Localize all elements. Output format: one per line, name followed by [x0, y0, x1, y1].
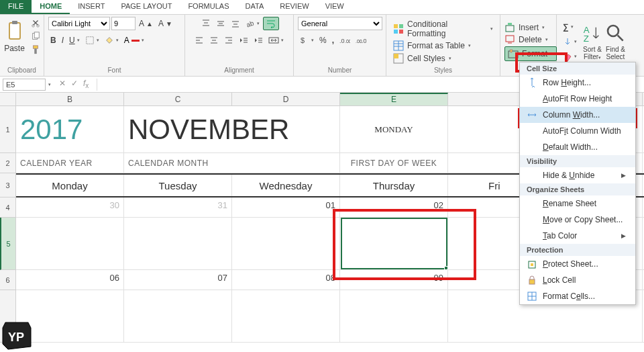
date-cell[interactable]: 07 [124, 270, 232, 290]
decrease-decimal-button[interactable]: .00.0 [354, 35, 368, 46]
menu-tab-color[interactable]: Tab Color▶ [520, 228, 635, 244]
date-cell[interactable]: 09 [340, 270, 448, 290]
comma-button[interactable]: , [330, 34, 336, 46]
find-select-button[interactable]: Find & Select [604, 46, 627, 60]
svg-rect-60 [529, 279, 535, 284]
delete-cells-button[interactable]: Delete▾ [504, 34, 557, 45]
fx-icon[interactable]: fx [83, 79, 89, 89]
date-cell[interactable]: 01 [232, 197, 340, 217]
cancel-formula-icon[interactable]: ✕ [59, 79, 66, 89]
tab-review[interactable]: REVIEW [272, 0, 317, 14]
bold-button[interactable]: B [48, 34, 58, 46]
format-painter-button[interactable] [29, 44, 42, 56]
menu-lock-cell[interactable]: Lock Cell [520, 272, 635, 288]
insert-cells-button[interactable]: Insert▾ [504, 22, 557, 33]
year-value[interactable]: 2017 [20, 114, 83, 146]
row-header-5[interactable]: 5 [0, 218, 16, 270]
decrease-font-button[interactable]: A▼ [156, 17, 174, 30]
svg-rect-5 [34, 32, 39, 38]
row-header-2[interactable]: 2 [0, 153, 16, 173]
weekday-value[interactable]: MONDAY [374, 124, 413, 135]
month-value[interactable]: NOVEMBER [128, 114, 289, 146]
grid-cell[interactable] [232, 218, 340, 269]
tab-data[interactable]: DATA [237, 0, 272, 14]
col-header-e[interactable]: E [340, 93, 448, 105]
delete-cells-icon [504, 34, 515, 45]
menu-column-width[interactable]: Column Width... [520, 107, 635, 123]
autosum-button[interactable]: ∑▾ [561, 21, 579, 33]
menu-hide-unhide[interactable]: Hide & Unhide▶ [520, 167, 635, 183]
grid-cell[interactable] [16, 218, 124, 269]
row-header-6[interactable]: 6 [0, 270, 16, 290]
grid-cell-e5[interactable] [340, 218, 448, 269]
clipboard-group-label: Clipboard [4, 67, 40, 75]
date-cell[interactable]: 06 [16, 270, 124, 290]
col-header-c[interactable]: C [124, 93, 232, 105]
italic-button[interactable]: I [60, 34, 66, 46]
col-header-d[interactable]: D [232, 93, 340, 105]
row-header-4[interactable]: 4 [0, 197, 16, 218]
menu-format-cells[interactable]: Format Cells... [520, 288, 635, 304]
row-header-1[interactable]: 1 [0, 106, 16, 153]
enter-formula-icon[interactable]: ✓ [71, 79, 78, 89]
merge-center-button[interactable]: ▾ [266, 34, 286, 46]
percent-button[interactable]: % [317, 34, 329, 46]
orientation-button[interactable]: ab▾ [244, 17, 262, 30]
tab-view[interactable]: VIEW [317, 0, 352, 14]
align-bottom-button[interactable] [229, 17, 242, 30]
month-label: CALENDAR MONTH [124, 153, 340, 173]
increase-font-button[interactable]: A▲ [137, 17, 155, 30]
svg-rect-8 [86, 37, 93, 44]
paste-button[interactable]: Paste [2, 19, 28, 54]
menu-row-height[interactable]: Row Height... [520, 75, 635, 91]
accounting-button[interactable]: $▾ [298, 34, 316, 46]
menu-autofit-row[interactable]: AutoFit Row Height [520, 91, 635, 107]
format-cells-button[interactable]: Format▾ [504, 46, 557, 61]
col-header-b[interactable]: B [16, 93, 124, 105]
increase-indent-button[interactable] [252, 34, 265, 46]
align-top-button[interactable] [199, 17, 213, 30]
align-right-button[interactable] [222, 34, 235, 46]
grid-cell[interactable] [124, 218, 232, 269]
underline-button[interactable]: U▾ [67, 34, 82, 46]
cell-styles-button[interactable]: Cell Styles▾ [393, 53, 493, 64]
date-cell[interactable]: 31 [124, 197, 232, 217]
align-middle-button[interactable] [214, 17, 227, 30]
sort-filter-button[interactable]: Sort & Filter▾ [582, 46, 603, 60]
tab-home[interactable]: HOME [32, 0, 70, 14]
font-color-button[interactable]: A▾ [122, 34, 146, 46]
font-size-input[interactable] [111, 17, 136, 30]
date-cell[interactable]: 02 [340, 197, 448, 217]
namebox-dropdown[interactable]: ▾ [48, 82, 51, 87]
fill-color-button[interactable]: ▾ [103, 34, 121, 46]
menu-default-width[interactable]: Default Width... [520, 139, 635, 155]
conditional-formatting-button[interactable]: Conditional Formatting▾ [393, 19, 493, 38]
fill-button[interactable]: ▾ [561, 36, 579, 48]
row-header-3[interactable]: 3 [0, 173, 16, 197]
menu-move-copy-sheet[interactable]: Move or Copy Sheet... [520, 212, 635, 228]
wrap-text-button[interactable] [263, 17, 279, 30]
date-cell[interactable]: 30 [16, 197, 124, 217]
tab-insert[interactable]: INSERT [70, 0, 113, 14]
sort-filter-icon: AZ [582, 23, 603, 44]
borders-button[interactable]: ▾ [83, 34, 101, 46]
copy-button[interactable] [29, 30, 42, 42]
cut-button[interactable] [29, 17, 42, 29]
menu-protect-sheet[interactable]: Protect Sheet... [520, 256, 635, 272]
menu-rename-sheet[interactable]: Rename Sheet [520, 195, 635, 212]
clear-button[interactable]: ▾ [561, 50, 579, 62]
align-left-button[interactable] [193, 34, 206, 46]
align-center-button[interactable] [207, 34, 221, 46]
format-as-table-button[interactable]: Format as Table▾ [393, 40, 493, 51]
decrease-indent-button[interactable] [237, 34, 250, 46]
name-box[interactable]: E5 [3, 79, 46, 91]
number-format-select[interactable]: General [298, 17, 382, 30]
tab-file[interactable]: FILE [0, 0, 32, 14]
alignment-group-label: Alignment [189, 67, 289, 75]
tab-formulas[interactable]: FORMULAS [180, 0, 237, 14]
font-name-select[interactable]: Calibri Light [48, 17, 110, 30]
increase-decimal-button[interactable]: .0.00 [337, 35, 352, 46]
menu-autofit-col[interactable]: AutoFit Column Width [520, 123, 635, 139]
tab-page-layout[interactable]: PAGE LAYOUT [113, 0, 180, 14]
date-cell[interactable]: 08 [232, 270, 340, 290]
